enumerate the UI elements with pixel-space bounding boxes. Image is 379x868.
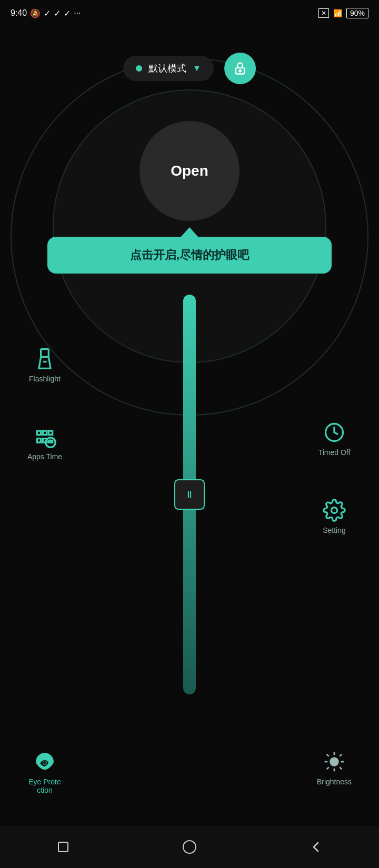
tooltip-banner: 点击开启,尽情的护眼吧 [47,237,332,274]
nav-recent-button[interactable] [51,834,76,860]
svg-rect-2 [41,349,49,357]
silent-icon: 🔕 [30,8,41,18]
home-icon [182,839,197,855]
open-button[interactable]: Open [139,121,240,221]
svg-point-1 [239,70,241,72]
timed-off-item[interactable]: Timed Off [305,421,363,457]
setting-item[interactable]: Setting [305,499,363,534]
flashlight-item[interactable]: Flashlight [16,347,74,383]
more-icon: ··· [74,8,81,18]
open-button-label: Open [171,163,208,179]
svg-rect-17 [58,842,68,852]
lock-icon [233,61,247,76]
brightness-item[interactable]: Brightness [305,750,363,794]
mode-arrow-icon: ▼ [193,64,201,73]
status-left: 9:40 🔕 ✓ ✓ ✓ ··· [11,8,81,18]
mode-label: 默认模式 [148,62,186,75]
check-icon-2: ✓ [54,8,61,18]
mode-selector[interactable]: 默认模式 ▼ [123,53,256,84]
left-icons-panel: Flashlight Apps Time [16,347,74,461]
apps-time-item[interactable]: Apps Time [16,425,74,461]
brightness-label: Brightness [317,778,352,786]
svg-line-14 [340,767,342,769]
x-icon: ✕ [318,8,329,18]
right-icons-panel: Timed Off Setting [305,421,363,534]
pause-icon: ⏸ [185,489,194,500]
timed-off-icon [323,421,346,444]
bottom-icons-panel: Eye Protection Brightness [0,750,379,794]
slider-thumb[interactable]: ⏸ [174,479,205,510]
flashlight-label: Flashlight [29,375,61,383]
svg-line-13 [327,754,329,756]
nav-bar [0,826,379,868]
check-icon-1: ✓ [44,8,51,18]
apps-time-icon [33,425,56,448]
recent-apps-icon [56,840,71,854]
setting-icon [323,499,346,522]
back-icon [308,840,323,854]
battery-icon: 90% [346,8,368,18]
status-bar: 9:40 🔕 ✓ ✓ ✓ ··· ✕ 📶 90% [0,0,379,26]
status-right: ✕ 📶 90% [318,8,368,18]
wifi-icon: 📶 [333,9,342,17]
eye-protection-label: Eye Protection [28,778,61,794]
nav-back-button[interactable] [303,834,328,860]
brightness-icon [323,750,346,773]
svg-line-15 [340,754,342,756]
tooltip-arrow [180,227,199,238]
check-icon-3: ✓ [64,8,71,18]
svg-point-6 [332,508,337,513]
svg-point-18 [183,841,196,853]
svg-point-8 [331,758,338,766]
timed-off-label: Timed Off [318,448,351,457]
status-time: 9:40 [11,8,27,18]
slider-track[interactable]: ⏸ [183,295,196,694]
lock-button[interactable] [224,53,256,84]
setting-label: Setting [323,526,346,534]
eye-protection-item[interactable]: Eye Protection [16,750,74,794]
svg-line-16 [327,767,329,769]
eye-protection-icon [33,750,56,773]
svg-point-7 [43,761,46,764]
apps-time-label: Apps Time [27,452,62,461]
flashlight-icon [33,347,56,370]
mode-dot [136,65,142,72]
nav-home-button[interactable] [177,834,202,860]
mode-dropdown[interactable]: 默认模式 ▼ [123,56,214,81]
tooltip-text: 点击开启,尽情的护眼吧 [130,248,249,261]
